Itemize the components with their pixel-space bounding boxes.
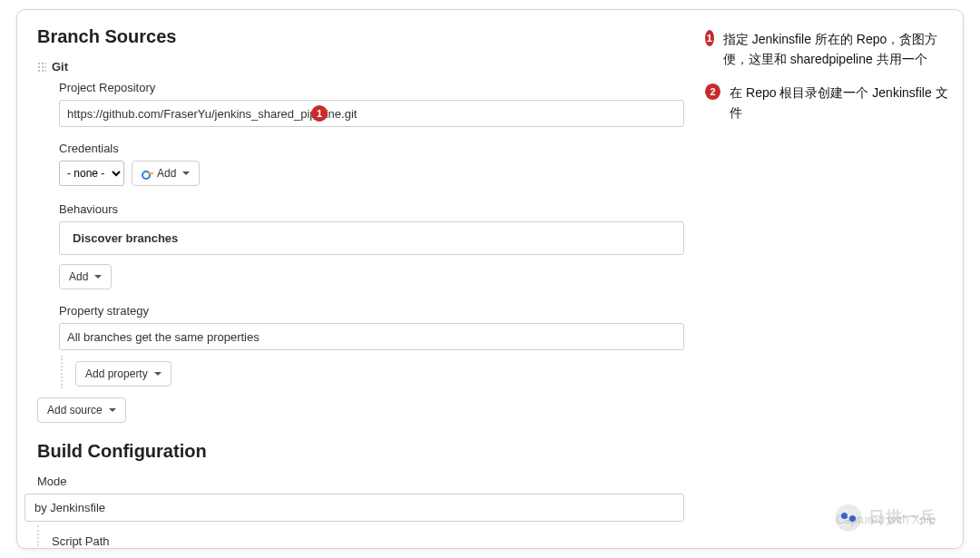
property-strategy-children: Add property (61, 356, 684, 388)
credentials-label: Credentials (59, 142, 684, 155)
build-configuration-heading: Build Configuration (37, 441, 684, 462)
drag-handle-icon[interactable] (37, 62, 46, 73)
discover-branches-box: Discover branches (59, 221, 684, 255)
callout-badge-1: 1 (311, 105, 328, 122)
add-behaviour-button[interactable]: Add (59, 264, 112, 289)
git-label: Git (52, 60, 68, 73)
caret-down-icon (109, 408, 116, 412)
property-strategy-label: Property strategy (59, 304, 684, 318)
mode-children: Script Path 2 (37, 525, 684, 548)
add-behaviour-label: Add (69, 270, 88, 283)
branch-sources-heading: Branch Sources (37, 26, 684, 47)
add-credentials-label: Add (157, 167, 176, 180)
add-property-button[interactable]: Add property (75, 361, 172, 387)
project-repository-wrap: 1 (59, 100, 684, 127)
git-source-body: Project Repository 1 Credentials - none … (37, 81, 684, 388)
app-frame: Branch Sources Git Project Repository 1 … (16, 9, 964, 549)
add-source-button[interactable]: Add source (37, 397, 126, 423)
caret-down-icon (182, 171, 190, 175)
git-source-header: Git (37, 60, 684, 73)
project-repository-label: Project Repository (59, 81, 684, 94)
caret-down-icon (94, 275, 102, 279)
annotation-item: 1 指定 Jenkinsfile 所在的 Repo，贪图方便，这里和 share… (705, 30, 950, 69)
key-icon (142, 170, 152, 177)
credentials-row: - none - Add (59, 161, 684, 186)
add-property-label: Add property (85, 367, 148, 380)
script-path-label: Script Path (52, 534, 684, 548)
annotation-badge-1: 1 (705, 30, 714, 46)
annotation-item: 2 在 Repo 根目录创建一个 Jenkinsfile 文件 (705, 83, 950, 122)
behaviours-label: Behaviours (59, 202, 684, 216)
add-credentials-button[interactable]: Add (132, 161, 200, 186)
config-pane: Branch Sources Git Project Repository 1 … (17, 10, 684, 548)
property-strategy-value[interactable]: All branches get the same properties (59, 323, 684, 350)
annotation-text-2: 在 Repo 根目录创建一个 Jenkinsfile 文件 (730, 83, 950, 122)
caret-down-icon (154, 372, 162, 376)
annotation-text-1: 指定 Jenkinsfile 所在的 Repo，贪图方便，这里和 sharedp… (723, 30, 950, 69)
add-source-label: Add source (47, 404, 103, 416)
annotation-badge-2: 2 (705, 83, 720, 100)
capture-tool-text: Captured with Xnip (836, 513, 936, 526)
mode-label: Mode (37, 475, 684, 488)
annotation-pane: 1 指定 Jenkinsfile 所在的 Repo，贪图方便，这里和 share… (700, 10, 963, 548)
credentials-select[interactable]: - none - (59, 161, 124, 186)
project-repository-input[interactable] (59, 100, 684, 127)
mode-value-box[interactable]: by Jenkinsfile (24, 494, 684, 522)
discover-branches-label: Discover branches (73, 231, 178, 245)
